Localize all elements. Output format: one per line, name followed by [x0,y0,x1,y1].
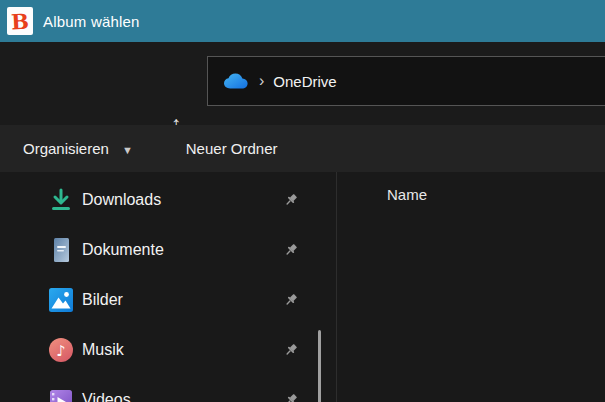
navigation-bar: ← → ⌄ ↑ › OneDrive [0,42,605,125]
sidebar-item-documents[interactable]: Dokumente [0,225,336,275]
pin-icon[interactable] [283,242,299,258]
new-folder-button-label: Neuer Ordner [186,140,278,157]
sidebar-item-music[interactable]: ♪ Musik [0,325,336,375]
app-icon: B [7,7,33,35]
pin-icon[interactable] [283,342,299,358]
file-dialog-window: B Album wählen ← → ⌄ ↑ › OneDrive [0,0,605,402]
pin-icon[interactable] [283,392,299,402]
pictures-icon [47,287,74,314]
titlebar[interactable]: B Album wählen [0,0,605,42]
app-icon-letter: B [11,10,30,32]
pin-icon[interactable] [283,292,299,308]
sidebar-item-label: Downloads [82,191,161,209]
window-title: Album wählen [43,13,140,30]
sidebar-item-pictures[interactable]: Bilder [0,275,336,325]
organize-button[interactable]: Organisieren ▼ [23,125,133,172]
new-folder-button[interactable]: Neuer Ordner [186,125,278,172]
onedrive-icon [222,71,250,91]
file-list-pane: Name [338,172,605,402]
sidebar-item-label: Bilder [82,291,123,309]
pin-icon[interactable] [283,192,299,208]
sidebar-item-label: Dokumente [82,241,164,259]
organize-button-label: Organisieren [23,140,109,157]
sidebar-item-downloads[interactable]: Downloads [0,175,336,225]
dropdown-caret-icon: ▼ [122,142,133,156]
videos-icon [47,387,74,402]
sidebar-item-videos[interactable]: Videos [0,375,336,402]
documents-icon [47,237,74,264]
sidebar-scrollbar-thumb[interactable] [318,330,321,402]
downloads-icon [47,187,74,214]
address-bar[interactable]: › OneDrive [207,56,605,106]
sidebar-item-label: Videos [82,391,131,402]
sidebar-nav-pane: Downloads [0,172,337,402]
content-area: Downloads [0,172,605,402]
breadcrumb-chevron-icon: › [259,72,264,90]
column-header-name[interactable]: Name [387,186,427,203]
sidebar-item-label: Musik [82,341,124,359]
breadcrumb-onedrive[interactable]: OneDrive [273,73,336,90]
svg-text:♪: ♪ [56,342,66,360]
music-icon: ♪ [47,337,74,364]
command-toolbar: Organisieren ▼ Neuer Ordner [0,125,605,172]
